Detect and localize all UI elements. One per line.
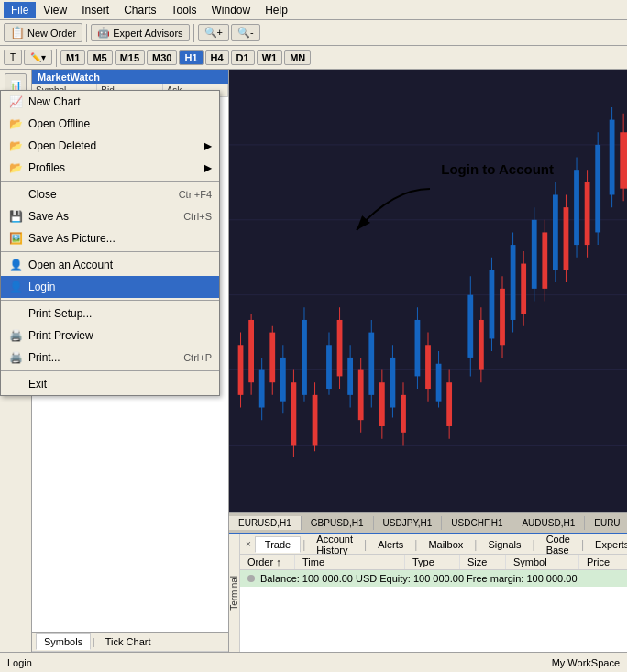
- menu-item-open-offline[interactable]: 📂 Open Offline: [1, 113, 219, 135]
- balance-indicator: [248, 575, 255, 582]
- tab-symbols[interactable]: Symbols: [36, 633, 91, 650]
- timeframe-m5[interactable]: M5: [87, 50, 112, 65]
- balance-text: Balance: 100 000.00 USD Equity: 100 000.…: [260, 573, 578, 584]
- open-deleted-label: Open Deleted: [28, 139, 96, 152]
- chart-tab-eurusd[interactable]: EURUSD,H1: [229, 516, 302, 530]
- market-watch-bottom: Symbols | Tick Chart: [32, 632, 228, 652]
- menu-item-open-account[interactable]: 👤 Open an Account: [1, 254, 219, 276]
- timeframe-d1[interactable]: D1: [231, 50, 255, 65]
- open-offline-icon: 📂: [8, 116, 23, 131]
- open-account-label: Open an Account: [28, 259, 113, 271]
- zoom-out-button[interactable]: 🔍-: [231, 24, 260, 41]
- chart-area: Login to Account EURUSD,H1 GBPUSD,H1 USD…: [229, 70, 627, 533]
- menu-item-close[interactable]: Close Ctrl+F4: [1, 183, 219, 205]
- arrow-svg: [338, 180, 448, 244]
- col-size: Size: [460, 555, 506, 569]
- toolbar-separator-2: [193, 24, 194, 42]
- save-as-label: Save As: [28, 210, 69, 223]
- save-picture-icon: 🖼️: [8, 231, 23, 246]
- exit-label: Exit: [28, 378, 47, 391]
- menu-charts[interactable]: Charts: [116, 2, 163, 18]
- chart-tab-eurusd2[interactable]: EURU: [585, 516, 627, 530]
- col-symbol: Symbol: [506, 555, 579, 569]
- toolbar2-separator: [56, 49, 57, 67]
- expert-advisors-button[interactable]: 🤖 Expert Advisors: [91, 24, 189, 41]
- menu-view[interactable]: View: [36, 2, 74, 18]
- menu-help[interactable]: Help: [258, 2, 295, 18]
- menu-item-save-as-picture[interactable]: 🖼️ Save As Picture...: [1, 227, 219, 249]
- menu-item-print[interactable]: 🖨️ Print... Ctrl+P: [1, 347, 219, 369]
- profiles-arrow: ▶: [204, 161, 212, 174]
- timeframe-m30[interactable]: M30: [147, 50, 177, 65]
- tab-signals[interactable]: Signals: [478, 537, 530, 552]
- status-right: My WorkSpace: [415, 657, 620, 668]
- terminal-vertical-label[interactable]: Terminal: [229, 534, 240, 652]
- open-account-icon: 👤: [8, 258, 23, 272]
- toolbar: 📋 New Order 🤖 Expert Advisors 🔍+ 🔍-: [0, 20, 627, 46]
- status-bar: Login My WorkSpace: [0, 652, 627, 672]
- menu-item-print-setup[interactable]: Print Setup...: [1, 303, 219, 325]
- open-deleted-arrow: ▶: [204, 139, 212, 152]
- menu-insert[interactable]: Insert: [74, 2, 116, 18]
- separator-4: [1, 370, 219, 371]
- menu-item-profiles[interactable]: 📂 Profiles ▶: [1, 157, 219, 179]
- tab-trade[interactable]: Trade: [255, 536, 301, 553]
- chart-tab-gbpusd[interactable]: GBPUSD,H1: [302, 516, 374, 530]
- timeframe-m1[interactable]: M1: [60, 50, 85, 65]
- terminal-close-btn[interactable]: ×: [242, 539, 255, 549]
- chart-tab-audusd[interactable]: AUDUSD,H1: [512, 516, 585, 530]
- tab-code-base[interactable]: Code Base: [537, 532, 579, 557]
- menu-item-exit[interactable]: Exit: [1, 373, 219, 395]
- save-as-picture-label: Save As Picture...: [28, 232, 116, 245]
- chart-tab-usdchf[interactable]: USDCHF,H1: [442, 516, 512, 530]
- print-preview-label: Print Preview: [28, 329, 94, 342]
- menu-tools[interactable]: Tools: [164, 2, 204, 18]
- close-label: Close: [28, 188, 57, 201]
- exit-icon: [8, 377, 23, 391]
- timeframe-h4[interactable]: H4: [205, 50, 229, 65]
- menu-item-login[interactable]: 👤 Login: [1, 276, 219, 298]
- chart-tab-bar: EURUSD,H1 GBPUSD,H1 USDJPY,H1 USDCHF,H1 …: [229, 512, 627, 533]
- timeframe-h1[interactable]: H1: [179, 50, 203, 65]
- close-icon: [8, 187, 23, 202]
- draw-tool[interactable]: ✏️▾: [24, 50, 52, 65]
- annotation-label: Login to Account: [441, 161, 554, 177]
- menu-item-save-as[interactable]: 💾 Save As Ctrl+S: [1, 205, 219, 227]
- cursor-tool[interactable]: T: [4, 50, 22, 65]
- tab-account-history[interactable]: Account History: [307, 532, 362, 557]
- menu-bar: File View Insert Charts Tools Window Hel…: [0, 0, 627, 20]
- new-order-button[interactable]: 📋 New Order: [4, 23, 82, 42]
- chart-tab-usdjpy[interactable]: USDJPY,H1: [374, 516, 443, 530]
- zoom-in-button[interactable]: 🔍+: [198, 24, 229, 41]
- menu-item-open-deleted[interactable]: 📂 Open Deleted ▶: [1, 135, 219, 157]
- timeframe-m15[interactable]: M15: [115, 50, 145, 65]
- login-icon: 👤: [8, 280, 23, 294]
- tab-mailbox[interactable]: Mailbox: [419, 537, 472, 552]
- tab-sep-2: |: [364, 538, 367, 551]
- new-chart-label: New Chart: [28, 95, 81, 108]
- candlestick-chart: [229, 70, 627, 533]
- timeframe-mn[interactable]: MN: [284, 50, 311, 65]
- tab-experts[interactable]: Experts: [586, 537, 627, 552]
- timeframe-w1[interactable]: W1: [257, 50, 283, 65]
- print-preview-icon: 🖨️: [8, 328, 23, 343]
- toolbar2: T ✏️▾ M1 M5 M15 M30 H1 H4 D1 W1 MN: [0, 46, 627, 70]
- menu-item-print-preview[interactable]: 🖨️ Print Preview: [1, 325, 219, 347]
- dropdown-menu: 📈 New Chart 📂 Open Offline 📂 Open Delete…: [0, 90, 220, 396]
- open-offline-label: Open Offline: [28, 117, 90, 130]
- status-left: Login: [7, 657, 212, 668]
- tab-sep-6: |: [581, 538, 584, 551]
- print-label: Print...: [28, 351, 60, 364]
- tab-alerts[interactable]: Alerts: [368, 537, 412, 552]
- tab-tick-chart[interactable]: Tick Chart: [97, 633, 160, 650]
- separator-3: [1, 300, 219, 301]
- new-order-icon: 📋: [10, 26, 25, 39]
- menu-file[interactable]: File: [4, 2, 36, 18]
- terminal-tabs: × Trade | Account History | Alerts | Mai…: [240, 534, 627, 555]
- menu-window[interactable]: Window: [204, 2, 258, 18]
- menu-item-new-chart[interactable]: 📈 New Chart: [1, 91, 219, 113]
- annotation-text: Login to Account: [441, 161, 554, 177]
- print-setup-icon: [8, 306, 23, 321]
- table-header: Order ↑ Time Type Size Symbol Price: [240, 555, 627, 570]
- terminal-text: Terminal: [229, 576, 239, 611]
